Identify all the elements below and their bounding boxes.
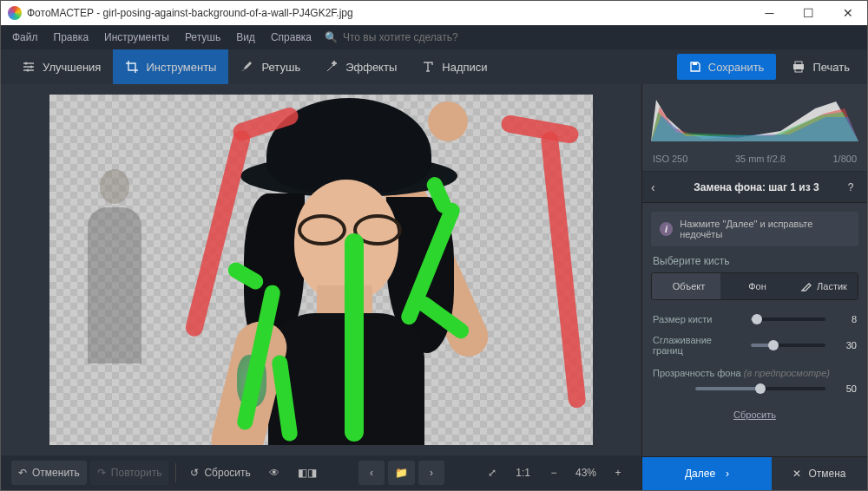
undo-icon: ↶ [18, 467, 27, 479]
step-header: ‹ Замена фона: шаг 1 из 3 ? [642, 172, 867, 203]
right-panel: ISO 250 35 mm f/2.8 1/800 ‹ Замена фона:… [641, 84, 867, 490]
menu-retouch[interactable]: Ретушь [177, 28, 228, 47]
slider-smoothing: Сглаживание границ 30 [642, 330, 867, 361]
zoom-ratio-button[interactable]: 1:1 [509, 461, 537, 485]
browse-button[interactable]: 📁 [388, 461, 415, 485]
brush-eraser[interactable]: Ластик [789, 273, 858, 299]
minimize-button[interactable]: ─ [750, 1, 789, 25]
background-person [79, 169, 150, 369]
tab-tools[interactable]: Инструменты [113, 49, 228, 84]
hint-text: Нажмите "Далее" и исправьте недочёты [680, 219, 850, 239]
chevron-right-icon: › [430, 467, 433, 479]
tab-text[interactable]: Надписи [409, 49, 499, 84]
tab-label: Надписи [442, 61, 487, 74]
menu-file[interactable]: Файл [4, 28, 46, 47]
chevron-right-icon: › [726, 468, 729, 480]
action-row: Далее › ✕ Отмена [642, 456, 867, 490]
bg-stroke [540, 131, 586, 409]
eye-icon: 👁 [269, 467, 279, 479]
save-label: Сохранить [708, 61, 765, 74]
obj-stroke [345, 233, 364, 442]
close-button[interactable]: ✕ [828, 1, 867, 25]
toolbar: Улучшения Инструменты Ретушь Эффекты Над… [1, 49, 867, 84]
minus-icon: − [550, 467, 556, 479]
menu-help[interactable]: Справка [263, 28, 319, 47]
search-icon: 🔍 [325, 31, 338, 43]
menu-view[interactable]: Вид [228, 28, 263, 47]
svg-point-0 [25, 62, 28, 65]
next-button[interactable]: Далее › [642, 457, 772, 490]
reset-icon: ↺ [190, 467, 199, 479]
sliders-icon [22, 60, 36, 74]
svg-rect-3 [693, 62, 697, 65]
tab-enhance[interactable]: Улучшения [10, 49, 113, 84]
back-button[interactable]: ‹ [651, 180, 670, 194]
plus-icon: + [615, 467, 621, 479]
redo-button[interactable]: ↷Повторить [90, 461, 169, 485]
print-label: Печать [812, 61, 850, 74]
undo-button[interactable]: ↶Отменить [11, 461, 87, 485]
histogram[interactable] [642, 84, 867, 152]
brush-picker: Объект Фон Ластик [651, 272, 858, 300]
opacity-label: Прозрачность фона (в предпросмотре) [642, 361, 867, 378]
fit-icon: ⤢ [488, 467, 496, 479]
zoom-in-button[interactable]: + [605, 461, 631, 485]
menubar: Файл Правка Инструменты Ретушь Вид Справ… [1, 25, 867, 49]
menu-tools[interactable]: Инструменты [96, 28, 177, 47]
eraser-icon [799, 281, 812, 291]
smooth-slider[interactable] [751, 344, 825, 347]
crop-icon [125, 60, 139, 74]
tab-effects[interactable]: Эффекты [312, 49, 409, 84]
tab-retouch[interactable]: Ретушь [228, 49, 312, 84]
info-icon: i [660, 222, 673, 236]
save-icon [689, 61, 701, 73]
print-button[interactable]: Печать [783, 54, 858, 80]
canvas-wrap [1, 84, 641, 455]
zoom-value: 43% [570, 467, 602, 479]
bg-stroke [500, 114, 580, 144]
close-icon: ✕ [792, 468, 801, 480]
svg-point-1 [30, 66, 33, 69]
size-slider[interactable] [751, 318, 825, 321]
menu-search[interactable]: 🔍 [325, 31, 499, 43]
slider-brush-size: Размер кисти 8 [642, 309, 867, 330]
next-image-button[interactable]: › [418, 461, 444, 485]
bottombar: ↶Отменить ↷Повторить ↺Сбросить 👁 ◧◨ ‹ 📁 … [1, 455, 641, 490]
exif-lens: 35 mm f/2.8 [735, 154, 786, 164]
zoom-out-button[interactable]: − [541, 461, 567, 485]
cancel-button[interactable]: ✕ Отмена [772, 457, 867, 490]
preview-toggle[interactable]: 👁 [261, 461, 287, 485]
window-title: ФотоМАСТЕР - girl-posing-against-backgro… [27, 7, 353, 19]
compare-button[interactable]: ◧◨ [291, 461, 324, 485]
opacity-slider[interactable] [695, 387, 825, 390]
brush-background[interactable]: Фон [720, 273, 789, 299]
canvas[interactable] [49, 95, 593, 445]
fit-button[interactable]: ⤢ [479, 461, 505, 485]
compare-icon: ◧◨ [298, 467, 317, 479]
exif-row: ISO 250 35 mm f/2.8 1/800 [642, 152, 867, 172]
exif-shutter: 1/800 [832, 154, 857, 164]
folder-icon: 📁 [395, 467, 408, 479]
exif-iso: ISO 250 [653, 154, 687, 164]
prev-image-button[interactable]: ‹ [358, 461, 385, 485]
app-logo [8, 6, 22, 20]
tab-label: Ретушь [261, 61, 300, 74]
brush-object[interactable]: Объект [652, 273, 720, 299]
help-button[interactable]: ? [843, 181, 858, 193]
reset-link[interactable]: Сбросить [642, 399, 867, 430]
titlebar: ФотоМАСТЕР - girl-posing-against-backgro… [1, 1, 867, 25]
maximize-button[interactable]: ☐ [789, 1, 828, 25]
print-icon [792, 61, 806, 73]
svg-point-2 [27, 69, 30, 72]
tab-label: Эффекты [345, 61, 397, 74]
menu-edit[interactable]: Правка [46, 28, 97, 47]
text-icon [421, 60, 435, 74]
brush-icon [240, 60, 254, 74]
slider-opacity: 50 [642, 378, 867, 399]
search-input[interactable] [343, 31, 499, 43]
save-button[interactable]: Сохранить [677, 54, 777, 80]
hint-box: i Нажмите "Далее" и исправьте недочёты [651, 212, 858, 246]
reset-button[interactable]: ↺Сбросить [183, 461, 257, 485]
brush-section-label: Выберите кисть [642, 255, 867, 272]
step-title: Замена фона: шаг 1 из 3 [670, 181, 843, 193]
